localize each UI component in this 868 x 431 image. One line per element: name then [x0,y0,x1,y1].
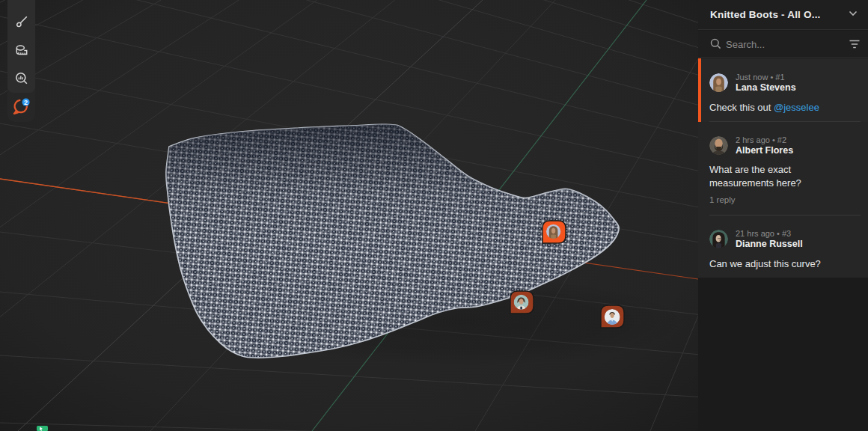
svg-text:2: 2 [24,99,28,106]
